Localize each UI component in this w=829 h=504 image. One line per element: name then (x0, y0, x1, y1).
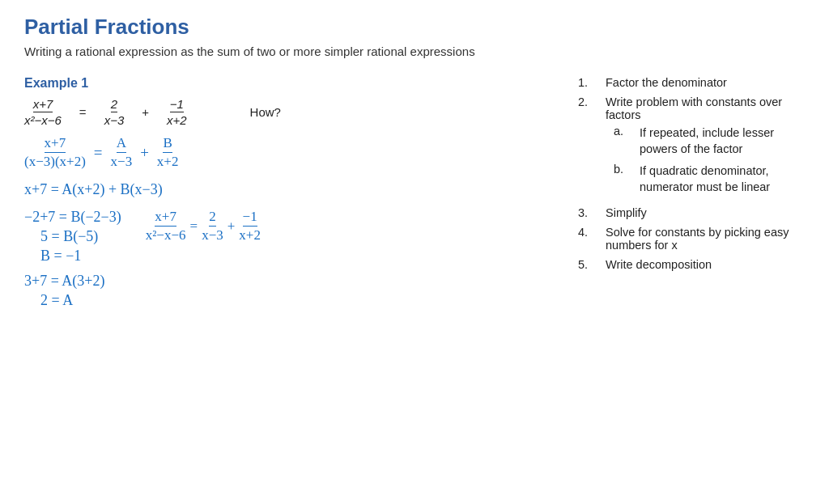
subtitle: Writing a rational expression as the sum… (24, 44, 805, 58)
typed-lhs: x+7 x²−x−6 (24, 97, 62, 127)
hw-line1-block: x+7 (x−3)(x+2) = A x−3 + B x+2 (24, 135, 554, 170)
hw-lhs-frac: x+7 (x−3)(x+2) (24, 135, 86, 170)
hw-b-calc: −2+7 = B(−2−3) 5 = B(−5) B = −1 3+7 = A(… (24, 209, 121, 311)
hw-rhs1-den: x−3 (111, 153, 133, 170)
typed-lhs-num: x+7 (33, 97, 53, 112)
hw-final-rhs1: 2 x−3 (202, 209, 223, 244)
typed-rhs1: 2 x−3 (104, 97, 125, 127)
step-4: Solve for constants by picking easy numb… (578, 226, 805, 252)
hw-line1: x+7 (x−3)(x+2) = A x−3 + B x+2 (24, 135, 554, 170)
hw-rhs2-den: x+2 (157, 153, 179, 170)
hw-final-rhs2-num: −1 (243, 209, 257, 227)
step-4-text: Solve for constants by picking easy numb… (606, 226, 805, 252)
hw-line3b-text: 5 = B(−5) (40, 228, 98, 245)
step-5-text: Write decomposition (606, 258, 805, 271)
sub-2b-text: If quadratic denominator, numerator must… (640, 163, 805, 196)
hw-rhs2-num: B (163, 135, 172, 153)
sub-list-2: If repeated, include lesser powers of th… (614, 125, 805, 195)
hw-lhs-den: (x−3)(x+2) (24, 153, 86, 170)
hw-line2-text: x+7 = A(x+2) + B(x−3) (24, 181, 163, 197)
hw-final-rhs1-num: 2 (209, 209, 216, 227)
hw-rhs1-num: A (117, 135, 126, 153)
example-label: Example 1 (24, 76, 554, 91)
hw-final-lhs-num: x+7 (155, 209, 176, 227)
step-1: Factor the denominator (578, 76, 805, 89)
page-title: Partial Fractions (24, 15, 805, 40)
hw-final-rhs2: −1 x+2 (239, 209, 261, 244)
hw-line4b-text: 2 = A (40, 292, 73, 309)
step-2: Write problem with constants over factor… (578, 95, 805, 200)
hw-line4a-text: 3+7 = A(3+2) (24, 273, 104, 290)
sub-2a: If repeated, include lesser powers of th… (614, 125, 805, 158)
hw-lhs-num: x+7 (45, 135, 66, 153)
sub-2b: If quadratic denominator, numerator must… (614, 163, 805, 196)
typed-rhs2: −1 x+2 (167, 97, 187, 127)
step-3-text: Simplify (606, 206, 805, 219)
hw-rhs1-frac: A x−3 (111, 135, 133, 170)
step-5: Write decomposition (578, 258, 805, 271)
hw-eq1: = (94, 144, 103, 162)
sub-2a-text: If repeated, include lesser powers of th… (640, 125, 805, 158)
step-1-text: Factor the denominator (606, 76, 805, 89)
hw-line4b: 2 = A (24, 292, 121, 309)
typed-rhs2-num: −1 (170, 97, 184, 112)
hw-rhs2-frac: B x+2 (157, 135, 179, 170)
how-label: How? (250, 105, 281, 119)
typed-lhs-den: x²−x−6 (24, 112, 62, 127)
right-section: Factor the denominator Write problem wit… (554, 76, 805, 311)
steps-list: Factor the denominator Write problem wit… (578, 76, 805, 271)
step-2-content: Write problem with constants over factor… (606, 95, 805, 200)
hw-line4a: 3+7 = A(3+2) (24, 273, 121, 290)
step-3: Simplify (578, 206, 805, 219)
left-section: Example 1 x+7 x²−x−6 = 2 x−3 + −1 x+2 Ho… (24, 76, 554, 311)
hw-final-lhs: x+7 x²−x−6 (146, 209, 186, 244)
hw-line3c: B = −1 (24, 248, 121, 265)
plus-sign-1: + (142, 105, 149, 119)
hw-final-eq: x+7 x²−x−6 = 2 x−3 + −1 x+2 (146, 209, 261, 244)
hw-final-rhs2-den: x+2 (239, 227, 261, 244)
hw-line2-block: x+7 = A(x+2) + B(x−3) (24, 178, 554, 199)
hw-line3b: 5 = B(−5) (24, 228, 121, 245)
hw-line3c-text: B = −1 (40, 248, 81, 265)
hw-final-rhs1-den: x−3 (202, 227, 223, 244)
typed-equation-row: x+7 x²−x−6 = 2 x−3 + −1 x+2 How? (24, 97, 554, 127)
typed-rhs1-den: x−3 (104, 112, 125, 127)
hw-final-lhs-den: x²−x−6 (146, 227, 186, 244)
hw-plus1: + (140, 144, 149, 162)
hw-line3a-text: −2+7 = B(−2−3) (24, 209, 121, 226)
hw-final-eq-sign: = (190, 218, 198, 235)
hw-bottom-area: −2+7 = B(−2−3) 5 = B(−5) B = −1 3+7 = A(… (24, 209, 554, 311)
typed-rhs2-den: x+2 (167, 112, 187, 127)
typed-rhs1-num: 2 (111, 97, 117, 112)
step-2-text: Write problem with constants over factor… (606, 95, 782, 121)
equals-sign-1: = (79, 105, 87, 119)
hw-final-plus: + (227, 218, 236, 235)
hw-line3a: −2+7 = B(−2−3) (24, 209, 121, 226)
